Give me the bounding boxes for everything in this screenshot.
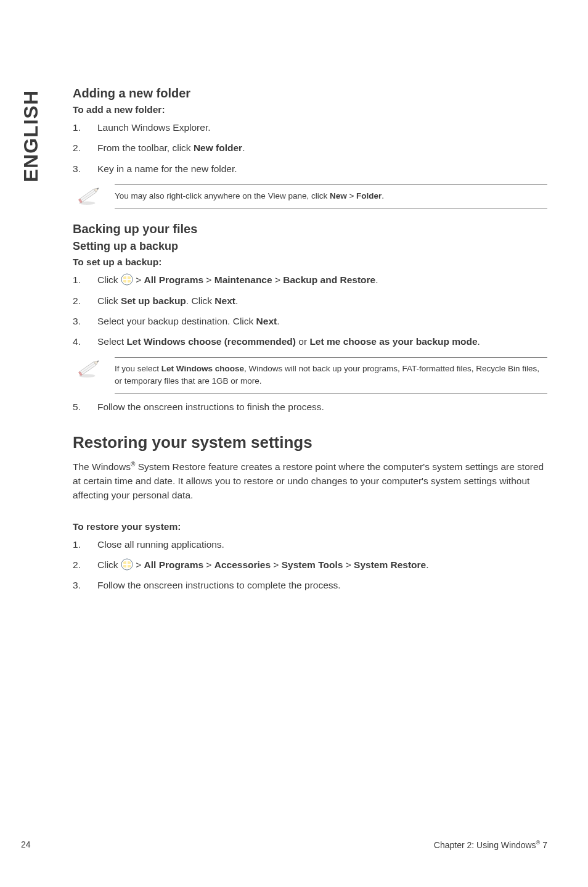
list-item: Follow the onscreen instructions to fini… xyxy=(73,400,547,414)
restore-paragraph: The Windows® System Restore feature crea… xyxy=(73,460,547,503)
page-number: 24 xyxy=(21,840,31,850)
steps-backup-cont: Follow the onscreen instructions to fini… xyxy=(73,400,547,414)
list-item: Launch Windows Explorer. xyxy=(73,120,547,134)
windows-orb-icon xyxy=(121,273,133,286)
list-item: Click > All Programs > Maintenance > Bac… xyxy=(73,273,547,287)
note-right-click: You may also right-click anywhere on the… xyxy=(73,184,547,209)
heading-adding-folder: Adding a new folder xyxy=(73,86,547,101)
subhead-to-setup-backup: To set up a backup: xyxy=(73,257,547,268)
page-footer: 24 Chapter 2: Using Windows® 7 xyxy=(21,840,547,850)
steps-add-folder: Launch Windows Explorer. From the toolba… xyxy=(73,120,547,176)
list-item: From the toolbar, click New folder. xyxy=(73,141,547,155)
pencil-icon xyxy=(73,184,104,205)
windows-orb-icon xyxy=(121,558,133,571)
steps-restore: Close all running applications. Click > … xyxy=(73,537,547,593)
heading-backup: Backing up your files xyxy=(73,222,547,236)
chapter-label: Chapter 2: Using Windows® 7 xyxy=(434,840,547,850)
list-item: Click Set up backup. Click Next. xyxy=(73,294,547,308)
list-item: Click > All Programs > Accessories > Sys… xyxy=(73,558,547,572)
subhead-setting-backup: Setting up a backup xyxy=(73,240,547,253)
list-item: Select your backup destination. Click Ne… xyxy=(73,314,547,328)
list-item: Key in a name for the new folder. xyxy=(73,162,547,176)
list-item: Close all running applications. xyxy=(73,537,547,551)
language-tab: ENGLISH xyxy=(21,90,41,182)
note-text: You may also right-click anywhere on the… xyxy=(115,184,547,209)
list-item: Follow the onscreen instructions to comp… xyxy=(73,578,547,592)
subhead-to-add-folder: To add a new folder: xyxy=(73,104,547,115)
list-item: Select Let Windows choose (recommended) … xyxy=(73,334,547,349)
pencil-icon xyxy=(73,357,104,378)
heading-restore: Restoring your system settings xyxy=(73,433,547,452)
subhead-to-restore: To restore your system: xyxy=(73,521,547,532)
note-let-windows-choose: If you select Let Windows choose, Window… xyxy=(73,357,547,394)
steps-backup: Click > All Programs > Maintenance > Bac… xyxy=(73,273,547,349)
page-content: Adding a new folder To add a new folder:… xyxy=(73,86,547,598)
note-text: If you select Let Windows choose, Window… xyxy=(115,357,547,394)
